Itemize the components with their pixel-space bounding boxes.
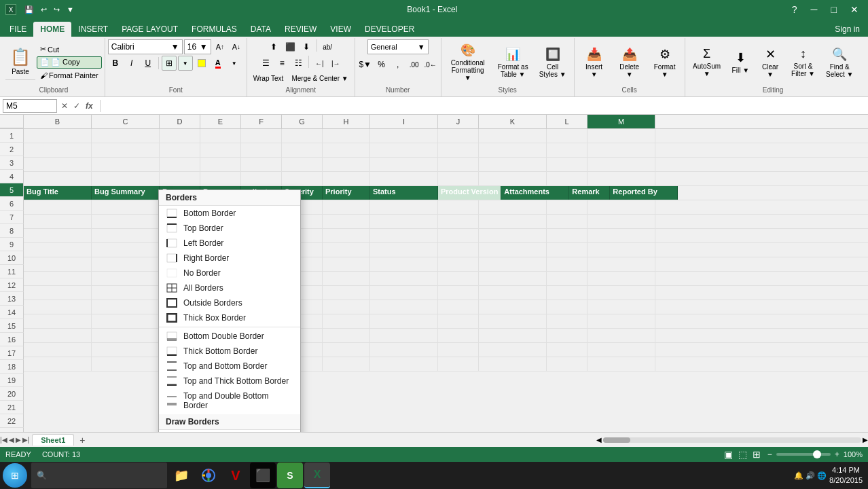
shrink-font-button[interactable]: A↓ (229, 39, 244, 54)
help-button[interactable]: ? (788, 3, 801, 16)
top-border-item[interactable]: Top Border (159, 221, 300, 236)
thick-box-border-item[interactable]: Thick Box Border (159, 310, 300, 325)
cell[interactable] (241, 129, 282, 143)
font-color-dropdown[interactable]: ▼ (227, 56, 242, 71)
row-num-15[interactable]: 15 (0, 319, 24, 333)
taskbar-red-app[interactable]: V (223, 463, 249, 488)
row-num-9[interactable]: 9 (0, 238, 24, 251)
format-button[interactable]: ⚙ Format ▼ (648, 43, 682, 82)
row-num-23[interactable]: 23 (0, 428, 24, 432)
col-header-e[interactable]: E (200, 115, 241, 128)
tab-data[interactable]: DATA (244, 22, 278, 37)
taskbar-excel[interactable]: X (304, 463, 330, 488)
header-cell-summary[interactable]: Bug Summary (92, 186, 160, 200)
taskbar-search[interactable]: 🔍 (31, 463, 167, 488)
cut-button[interactable]: ✂ Cut (37, 43, 102, 56)
taskbar-explorer[interactable]: 📁 (168, 463, 194, 488)
align-center-button[interactable]: ≡ (274, 56, 289, 71)
merge-center-button[interactable]: Merge & Center ▼ (288, 72, 351, 84)
zoom-out-button[interactable]: − (766, 450, 774, 459)
sign-in-link[interactable]: Sign in (829, 22, 865, 37)
row-num-8[interactable]: 8 (0, 224, 24, 238)
left-border-item[interactable]: Left Border (159, 236, 300, 251)
align-middle-button[interactable]: ⬛ (283, 39, 297, 54)
cell[interactable] (587, 129, 655, 143)
undo-button[interactable]: ↩ (38, 4, 50, 16)
col-header-l[interactable]: L (547, 115, 587, 128)
col-header-c[interactable]: C (92, 115, 160, 128)
col-header-g[interactable]: G (282, 115, 323, 128)
cell[interactable] (438, 158, 479, 171)
fill-color-button[interactable] (194, 56, 209, 71)
align-top-button[interactable]: ⬆ (266, 39, 281, 54)
insert-button[interactable]: 📥 Insert ▼ (577, 43, 611, 82)
tab-home[interactable]: HOME (33, 22, 71, 37)
sheet-nav-first[interactable]: |◀ (0, 436, 7, 443)
cell[interactable] (479, 158, 547, 171)
cell[interactable] (92, 129, 160, 143)
cell[interactable] (370, 172, 438, 185)
row-num-16[interactable]: 16 (0, 333, 24, 346)
tab-view[interactable]: VIEW (323, 22, 358, 37)
fill-button[interactable]: ⬇ Fill ▼ (727, 43, 754, 82)
cell[interactable] (200, 143, 241, 157)
orientation-button[interactable]: ab/ (320, 39, 335, 54)
font-color-button[interactable]: A (211, 56, 225, 71)
cell[interactable] (200, 129, 241, 143)
cell[interactable] (24, 129, 92, 143)
bottom-border-item[interactable]: Bottom Border (159, 206, 300, 221)
col-header-d[interactable]: D (160, 115, 200, 128)
col-header-f[interactable]: F (241, 115, 282, 128)
cell[interactable] (282, 172, 323, 185)
align-bottom-button[interactable]: ⬇ (299, 39, 314, 54)
cell[interactable] (370, 143, 438, 157)
no-border-item[interactable]: No Border (159, 266, 300, 280)
row-num-17[interactable]: 17 (0, 346, 24, 360)
col-header-b[interactable]: B (24, 115, 92, 128)
cell[interactable] (24, 200, 92, 214)
view-break-button[interactable]: ⊞ (753, 449, 761, 460)
delete-button[interactable]: 📤 Delete ▼ (613, 43, 647, 82)
cell[interactable] (282, 143, 323, 157)
cell[interactable] (323, 158, 370, 171)
sheet-nav-next[interactable]: ▶ (16, 436, 21, 443)
tab-formulas[interactable]: FORMULAS (185, 22, 244, 37)
currency-button[interactable]: $▼ (358, 57, 373, 72)
view-layout-button[interactable]: ⬚ (738, 449, 747, 460)
align-left-button[interactable]: ☰ (258, 56, 273, 71)
align-right-button[interactable]: ☷ (291, 56, 306, 71)
cell[interactable] (547, 129, 587, 143)
outside-borders-item[interactable]: Outside Borders (159, 295, 300, 310)
cell[interactable] (438, 143, 479, 157)
sheet-nav-prev[interactable]: ◀ (9, 436, 14, 443)
start-button[interactable]: ⊞ (3, 463, 27, 488)
tab-developer[interactable]: DEVELOPER (358, 22, 421, 37)
cell[interactable] (438, 172, 479, 185)
grow-font-button[interactable]: A↑ (213, 39, 228, 54)
decrease-indent-button[interactable]: ←| (312, 56, 327, 71)
font-size-select[interactable]: 16▼ (184, 39, 211, 54)
cell[interactable] (479, 143, 547, 157)
minimize-button[interactable]: ─ (807, 3, 822, 16)
row-num-20[interactable]: 20 (0, 387, 24, 401)
row-num-5[interactable]: 5 (0, 183, 24, 197)
percent-button[interactable]: % (374, 57, 389, 72)
h-scroll-right[interactable]: ▶ (863, 436, 868, 443)
cell[interactable] (24, 143, 92, 157)
cell[interactable] (160, 158, 200, 171)
formula-enter-btn[interactable]: ✓ (72, 101, 82, 111)
col-header-i[interactable]: I (370, 115, 438, 128)
qat-dropdown[interactable]: ▼ (64, 4, 77, 15)
bottom-double-border-item[interactable]: Bottom Double Border (159, 329, 300, 344)
borders-button[interactable]: ⊞ (162, 56, 177, 71)
row-num-22[interactable]: 22 (0, 414, 24, 428)
cell[interactable] (547, 172, 587, 185)
row-num-1[interactable]: 1 (0, 129, 24, 143)
cell[interactable] (547, 158, 587, 171)
top-thick-bottom-border-item[interactable]: Top and Thick Bottom Border (159, 374, 300, 388)
underline-button[interactable]: U (141, 56, 156, 71)
taskbar-chrome[interactable] (196, 463, 221, 488)
format-painter-button[interactable]: 🖌 Format Painter (37, 69, 102, 82)
borders-dropdown[interactable]: ▼ (178, 56, 193, 71)
zoom-slider[interactable] (776, 453, 831, 456)
